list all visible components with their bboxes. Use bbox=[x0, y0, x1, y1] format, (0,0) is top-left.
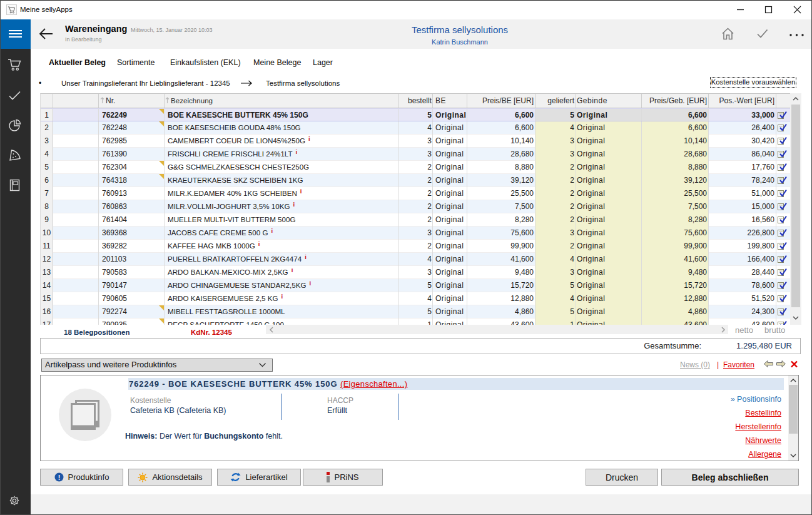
svg-text:!: ! bbox=[58, 474, 60, 481]
